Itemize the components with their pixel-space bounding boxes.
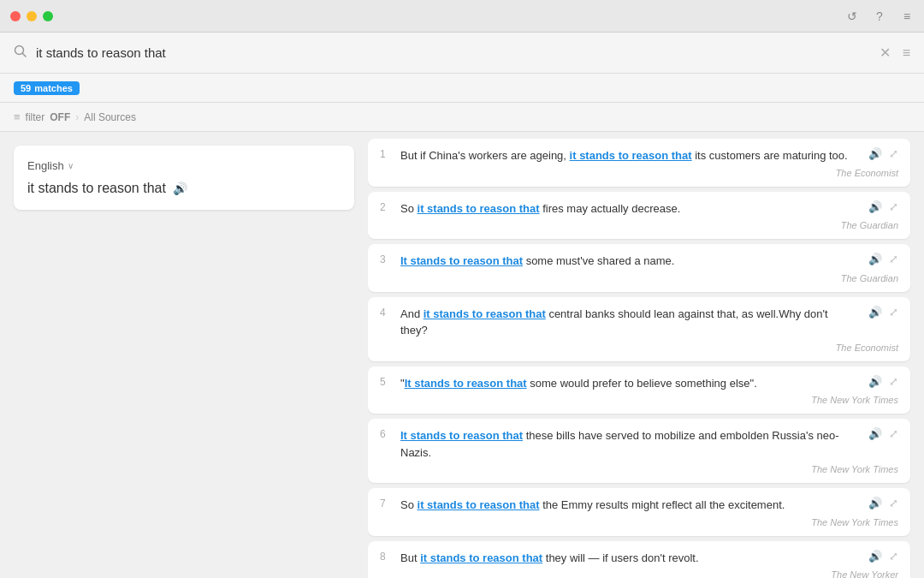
result-expand-button[interactable]: ⤢	[889, 497, 898, 509]
result-source: The Economist	[380, 168, 898, 178]
help-icon[interactable]: ?	[873, 9, 886, 23]
result-source: The New York Times	[380, 517, 898, 527]
audio-button[interactable]: 🔊	[173, 182, 187, 195]
back-icon[interactable]: ↺	[845, 9, 859, 23]
result-source: The New York Times	[380, 464, 898, 474]
phrase-value: it stands to reason that	[27, 181, 166, 196]
titlebar-icons: ↺ ? ≡	[845, 9, 914, 23]
result-item: 4And it stands to reason that central ba…	[368, 297, 910, 361]
result-highlight: It stands to reason that	[400, 429, 523, 442]
maximize-button[interactable]	[43, 11, 53, 21]
result-text: So it stands to reason that the Emmy res…	[400, 497, 855, 514]
result-highlight: It stands to reason that	[405, 377, 527, 390]
result-audio-button[interactable]: 🔊	[868, 306, 882, 319]
filter-label: filter	[26, 111, 45, 123]
result-item: 8But it stands to reason that they will …	[368, 541, 910, 579]
phrase-card: English ∨ it stands to reason that 🔊	[14, 146, 354, 210]
close-search-button[interactable]: ✕	[880, 45, 891, 61]
result-text: "It stands to reason that some would pre…	[400, 375, 855, 392]
result-audio-button[interactable]: 🔊	[868, 253, 882, 265]
result-source: The Guardian	[380, 273, 898, 283]
result-item: 3It stands to reason that some must've s…	[368, 244, 910, 292]
main-content: English ∨ it stands to reason that 🔊 1Bu…	[0, 132, 924, 578]
result-expand-button[interactable]: ⤢	[889, 200, 898, 213]
result-audio-button[interactable]: 🔊	[868, 375, 882, 388]
chevron-down-icon: ∨	[68, 161, 74, 170]
result-audio-button[interactable]: 🔊	[868, 427, 882, 440]
result-audio-button[interactable]: 🔊	[868, 147, 882, 160]
traffic-lights	[10, 11, 53, 21]
menu-icon[interactable]: ≡	[900, 9, 914, 23]
result-expand-button[interactable]: ⤢	[889, 306, 898, 319]
result-highlight: it stands to reason that	[418, 202, 540, 215]
phrase-text: it stands to reason that 🔊	[27, 181, 341, 196]
matches-bar: 59 matches	[0, 74, 924, 103]
result-item: 7So it stands to reason that the Emmy re…	[368, 488, 910, 536]
result-item: 5"It stands to reason that some would pr…	[368, 366, 910, 414]
language-label: English	[27, 159, 64, 172]
result-number: 3	[380, 253, 394, 265]
result-source: The New Yorker	[380, 569, 898, 578]
filter-source[interactable]: All Sources	[84, 111, 136, 123]
result-text: It stands to reason that these bills hav…	[400, 427, 855, 461]
svg-line-1	[23, 53, 27, 57]
matches-label: matches	[34, 83, 73, 93]
result-number: 7	[380, 498, 394, 509]
results-panel: 1But if China's workers are ageing, it s…	[368, 132, 924, 578]
result-text: But it stands to reason that they will —…	[400, 550, 855, 567]
result-source: The Guardian	[380, 220, 898, 230]
minimize-button[interactable]	[27, 11, 37, 21]
result-expand-button[interactable]: ⤢	[889, 253, 898, 265]
result-highlight: it stands to reason that	[420, 551, 542, 564]
result-number: 1	[380, 148, 394, 160]
result-highlight: it stands to reason that	[424, 307, 546, 320]
result-source: The Economist	[380, 343, 898, 353]
result-highlight: it stands to reason that	[570, 149, 692, 162]
result-audio-button[interactable]: 🔊	[868, 550, 882, 563]
result-number: 4	[380, 307, 394, 319]
result-number: 2	[380, 201, 394, 213]
result-highlight: It stands to reason that	[400, 254, 523, 267]
result-text: So it stands to reason that fires may ac…	[400, 200, 855, 217]
result-item: 6It stands to reason that these bills ha…	[368, 419, 910, 483]
result-number: 6	[380, 428, 394, 440]
searchbar: ✕ ≡	[0, 33, 924, 74]
result-item: 1But if China's workers are ageing, it s…	[368, 139, 910, 187]
close-button[interactable]	[10, 11, 21, 21]
result-expand-button[interactable]: ⤢	[889, 427, 898, 440]
result-text: But if China's workers are ageing, it st…	[400, 147, 855, 164]
result-expand-button[interactable]: ⤢	[889, 375, 898, 388]
filter-icon: ≡	[14, 110, 21, 123]
filter-bar: ≡ filter OFF › All Sources	[0, 103, 924, 132]
search-input[interactable]	[36, 45, 871, 60]
result-source: The New York Times	[380, 395, 898, 405]
options-button[interactable]: ≡	[903, 45, 910, 61]
titlebar: ↺ ? ≡	[0, 0, 924, 33]
result-highlight: it stands to reason that	[418, 498, 540, 511]
language-selector[interactable]: English ∨	[27, 159, 341, 172]
result-item: 2So it stands to reason that fires may a…	[368, 192, 910, 240]
matches-count: 59	[21, 83, 31, 93]
result-expand-button[interactable]: ⤢	[889, 147, 898, 160]
filter-state[interactable]: OFF	[50, 111, 70, 123]
matches-badge: 59 matches	[14, 81, 80, 95]
result-number: 5	[380, 376, 394, 388]
result-audio-button[interactable]: 🔊	[868, 200, 882, 213]
filter-sep: ›	[75, 111, 79, 123]
result-expand-button[interactable]: ⤢	[889, 550, 898, 563]
result-text: And it stands to reason that central ban…	[400, 306, 855, 339]
search-actions: ✕ ≡	[880, 45, 910, 61]
result-text: It stands to reason that some must've sh…	[400, 253, 855, 270]
search-icon	[14, 45, 27, 62]
result-number: 8	[380, 551, 394, 563]
left-panel: English ∨ it stands to reason that 🔊	[0, 132, 368, 578]
result-audio-button[interactable]: 🔊	[868, 497, 882, 509]
